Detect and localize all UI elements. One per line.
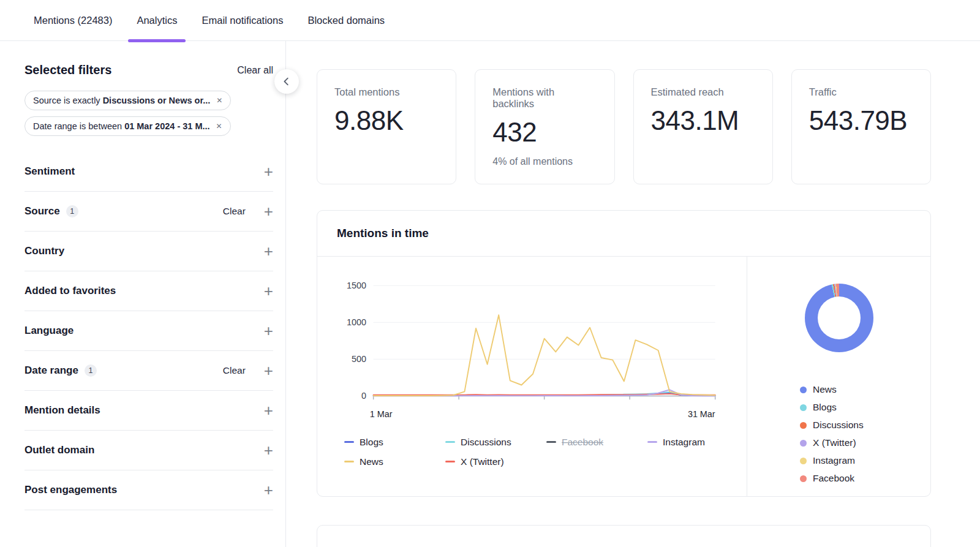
plus-icon[interactable]: +	[264, 325, 273, 336]
filter-section-mention-details[interactable]: Mention details +	[24, 391, 273, 431]
next-section-card	[317, 525, 931, 547]
clear-filter-link[interactable]: Clear	[223, 365, 246, 376]
stat-label: Mentions with backlinks	[492, 86, 597, 110]
legend-swatch	[445, 441, 455, 443]
filter-section-outlet-domain[interactable]: Outlet domain +	[24, 431, 273, 470]
plus-icon[interactable]: +	[264, 246, 273, 257]
chip-text: Source is exactly Discussions or News or…	[33, 96, 210, 105]
line-legend-item[interactable]: Discussions	[445, 437, 519, 448]
plus-icon[interactable]: +	[264, 445, 273, 456]
svg-text:1000: 1000	[347, 317, 366, 327]
stat-card-traffic: Traffic 543.79B	[791, 69, 931, 184]
plus-icon[interactable]: +	[264, 285, 273, 296]
filter-section-date-range[interactable]: Date range 1 Clear +	[24, 351, 273, 391]
filter-label: Post engagements	[24, 484, 117, 496]
donut-legend: NewsBlogsDiscussionsX (Twitter)Instagram…	[747, 384, 930, 484]
analytics-main: Total mentions 9.88K Mentions with backl…	[286, 41, 980, 547]
filter-label: Mention details	[24, 404, 100, 417]
clear-all-filters-link[interactable]: Clear all	[237, 65, 273, 76]
donut-legend-item[interactable]: Facebook	[800, 473, 930, 484]
legend-swatch	[546, 441, 556, 443]
line-legend-item[interactable]: Instagram	[647, 437, 721, 448]
donut-legend-item[interactable]: Blogs	[800, 402, 930, 413]
filter-section-country[interactable]: Country +	[24, 232, 273, 271]
filter-section-language[interactable]: Language +	[24, 311, 273, 351]
stat-card-estimated-reach: Estimated reach 343.1M	[633, 69, 773, 184]
remove-filter-icon[interactable]: ✕	[216, 123, 222, 130]
remove-filter-icon[interactable]: ✕	[216, 97, 222, 104]
filters-sidebar: Selected filters Clear all Source is exa…	[0, 41, 286, 547]
filter-count-badge: 1	[85, 364, 97, 377]
donut-legend-item[interactable]: Discussions	[800, 420, 930, 431]
stat-note: 4% of all mentions	[492, 156, 597, 167]
plus-icon[interactable]: +	[264, 166, 273, 177]
donut-legend-item[interactable]: News	[800, 384, 930, 395]
mentions-line-chart: 0500100015001 Mar31 Mar	[339, 275, 725, 422]
filter-label: Outlet domain	[24, 444, 94, 456]
active-filter-chips: Source is exactly Discussions or News or…	[24, 91, 273, 136]
filter-section-sentiment[interactable]: Sentiment +	[24, 152, 273, 192]
legend-swatch	[344, 441, 354, 443]
tab-blocked-domains[interactable]: Blocked domains	[307, 0, 385, 41]
donut-legend-item[interactable]: Instagram	[800, 455, 930, 466]
stat-cards-row: Total mentions 9.88K Mentions with backl…	[317, 69, 931, 184]
legend-label: Instagram	[813, 455, 855, 466]
filter-section-source[interactable]: Source 1 Clear +	[24, 192, 273, 232]
filter-label: Added to favorites	[24, 285, 116, 297]
filter-count-badge: 1	[66, 205, 78, 217]
legend-label: Facebook	[562, 437, 603, 448]
line-legend-item[interactable]: Blogs	[344, 437, 418, 448]
tab-mentions[interactable]: Mentions (22483)	[34, 0, 112, 41]
filter-label: Source	[24, 205, 60, 217]
stat-value: 343.1M	[651, 105, 755, 136]
legend-dot	[800, 387, 807, 393]
stat-card-mentions-with-backlinks: Mentions with backlinks 432 4% of all me…	[475, 69, 614, 184]
filter-label: Country	[24, 245, 64, 257]
chevron-left-icon	[281, 76, 292, 87]
line-legend-item[interactable]: Facebook	[546, 437, 620, 448]
plus-icon[interactable]: +	[264, 206, 273, 217]
filter-section-post-engagements[interactable]: Post engagements +	[24, 470, 273, 510]
filter-chip-date-range[interactable]: Date range is between 01 Mar 2024 - 31 M…	[24, 116, 231, 136]
legend-label: Facebook	[813, 473, 854, 484]
plus-icon[interactable]: +	[264, 405, 273, 416]
line-legend-item[interactable]: X (Twitter)	[445, 456, 519, 467]
plus-icon[interactable]: +	[264, 485, 273, 496]
filter-label: Sentiment	[24, 165, 75, 178]
selected-filters-title: Selected filters	[24, 63, 111, 77]
legend-dot	[800, 440, 807, 447]
legend-dot	[800, 422, 807, 429]
svg-text:31 Mar: 31 Mar	[688, 409, 715, 419]
legend-label: Blogs	[813, 402, 837, 413]
stat-value: 432	[492, 117, 597, 148]
legend-dot	[800, 404, 807, 411]
stat-label: Total mentions	[334, 86, 439, 98]
tab-email-notifications[interactable]: Email notifications	[202, 0, 283, 41]
legend-label: Instagram	[663, 437, 705, 448]
tab-analytics[interactable]: Analytics	[137, 0, 177, 41]
svg-text:1500: 1500	[347, 281, 366, 290]
chip-text: Date range is between 01 Mar 2024 - 31 M…	[33, 121, 210, 131]
filter-label: Language	[24, 325, 74, 337]
legend-swatch	[344, 461, 354, 462]
sources-breakdown-panel: NewsBlogsDiscussionsX (Twitter)Instagram…	[747, 257, 930, 496]
legend-label: Discussions	[461, 437, 511, 448]
stat-card-total-mentions: Total mentions 9.88K	[317, 69, 456, 184]
filter-section-added-to-favorites[interactable]: Added to favorites +	[24, 271, 273, 311]
collapse-sidebar-button[interactable]	[274, 69, 299, 94]
legend-dot	[800, 475, 807, 482]
legend-label: Blogs	[360, 437, 383, 448]
plus-icon[interactable]: +	[264, 365, 273, 376]
svg-text:0: 0	[361, 391, 366, 401]
stat-label: Traffic	[809, 86, 913, 98]
legend-swatch	[647, 441, 657, 443]
stat-label: Estimated reach	[651, 86, 755, 98]
filter-chip-source[interactable]: Source is exactly Discussions or News or…	[24, 91, 231, 110]
legend-label: Discussions	[813, 420, 864, 431]
filter-label: Date range	[24, 364, 78, 377]
line-legend-item[interactable]: News	[344, 456, 418, 467]
sources-donut-chart	[805, 284, 873, 352]
top-tab-bar: Mentions (22483) Analytics Email notific…	[0, 0, 980, 41]
donut-legend-item[interactable]: X (Twitter)	[800, 437, 930, 448]
clear-filter-link[interactable]: Clear	[223, 206, 246, 217]
